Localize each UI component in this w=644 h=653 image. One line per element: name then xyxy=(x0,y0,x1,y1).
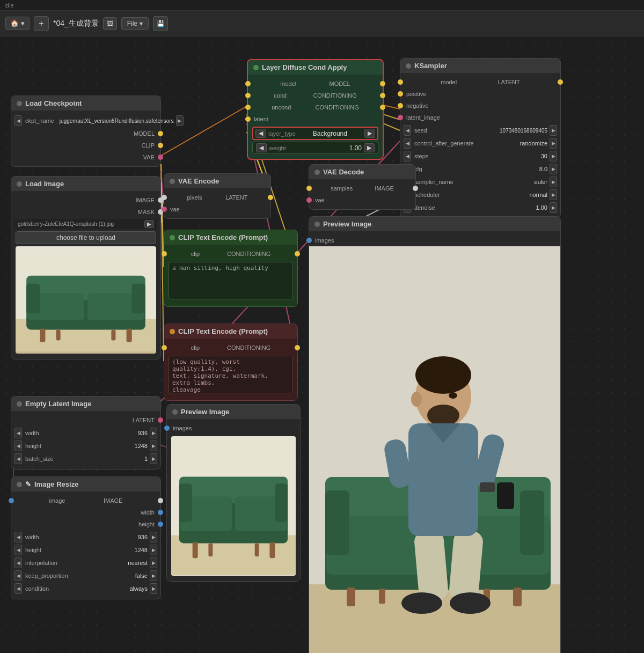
cfg-stepper: ◀ cfg 8.0 ▶ xyxy=(404,163,557,175)
file-menu-button[interactable]: File ▾ xyxy=(121,17,149,30)
clip-neg-input-port[interactable] xyxy=(162,345,167,350)
cond-out-port[interactable] xyxy=(295,251,300,256)
seed-prev[interactable]: ◀ xyxy=(404,125,411,136)
ld-uncond-input[interactable] xyxy=(245,105,251,110)
node-status-dot xyxy=(172,409,178,415)
rw-prev[interactable]: ◀ xyxy=(14,532,22,542)
batch-prev-btn[interactable]: ◀ xyxy=(14,453,22,464)
ld-cond-out-port[interactable] xyxy=(380,93,385,98)
pixels-label: pixels xyxy=(184,194,206,201)
workflow-canvas[interactable]: Load Checkpoint ◀ ckpt_name juggernautXL… xyxy=(0,26,644,653)
scheduler-next[interactable]: ▶ xyxy=(550,189,557,200)
ks-model-row: model LATENT xyxy=(400,76,560,88)
steps-prev[interactable]: ◀ xyxy=(404,151,411,162)
image-icon-button[interactable]: 🖼 xyxy=(103,17,117,30)
keep-next[interactable]: ▶ xyxy=(150,570,157,581)
images-input-port[interactable] xyxy=(164,425,170,431)
home-button[interactable]: 🏠 ▾ xyxy=(5,17,30,30)
layer-type-label: layer_type xyxy=(268,130,296,137)
rh-next[interactable]: ▶ xyxy=(150,545,157,555)
keep-prop-row: ◀ keep_proportion false ▶ xyxy=(14,570,157,582)
add-button[interactable]: + xyxy=(34,16,49,31)
sampler-value: euler xyxy=(532,179,550,185)
weight-row: ◀ weight 1.00 ▶ xyxy=(252,142,378,154)
vd-samples-input[interactable] xyxy=(306,186,312,191)
control-prev[interactable]: ◀ xyxy=(404,138,411,149)
ks-model-input[interactable] xyxy=(398,79,403,85)
weight-next[interactable]: ▶ xyxy=(364,143,375,152)
ckpt-next-btn[interactable]: ▶ xyxy=(176,115,184,126)
model-output-port[interactable] xyxy=(158,131,163,136)
image-output-port[interactable] xyxy=(158,498,163,503)
vae-output-label: VAE xyxy=(140,154,158,160)
vd-image-out-port[interactable] xyxy=(413,186,418,191)
pixels-input-port[interactable] xyxy=(162,195,167,200)
file-label: File xyxy=(127,20,137,27)
ckpt-prev-btn[interactable]: ◀ xyxy=(14,115,22,126)
small-preview-svg xyxy=(171,436,296,576)
rw-next[interactable]: ▶ xyxy=(150,532,157,542)
ld-uncond-out-port[interactable] xyxy=(380,105,385,110)
cond-next[interactable]: ▶ xyxy=(150,583,157,594)
denoise-next[interactable]: ▶ xyxy=(550,202,557,213)
keep-prev[interactable]: ◀ xyxy=(14,570,22,581)
cond-prev[interactable]: ◀ xyxy=(14,583,22,594)
ld-cond-input[interactable] xyxy=(245,93,251,98)
ks-negative-input[interactable] xyxy=(398,103,403,108)
width-output-row: width xyxy=(11,507,160,518)
save-button[interactable]: 💾 xyxy=(153,16,168,31)
seed-next[interactable]: ▶ xyxy=(550,125,557,136)
width-output-port[interactable] xyxy=(158,510,163,515)
width-prev-btn[interactable]: ◀ xyxy=(14,428,22,438)
cfg-next[interactable]: ▶ xyxy=(550,164,557,174)
svg-rect-47 xyxy=(325,490,349,555)
ld-model-input[interactable] xyxy=(245,81,251,86)
width-next-btn[interactable]: ▶ xyxy=(150,428,157,438)
clip-neg-textarea[interactable]: (low quality, worst quality:1.4), cgi, t… xyxy=(169,356,293,393)
steps-next[interactable]: ▶ xyxy=(550,151,557,162)
cond-neg-out-port[interactable] xyxy=(295,345,300,350)
latent-out-port[interactable] xyxy=(268,195,273,200)
clip-pos-textarea[interactable]: a man sitting, high quality xyxy=(169,262,293,299)
node-status-dot xyxy=(17,482,22,487)
control-next[interactable]: ▶ xyxy=(550,138,557,149)
vd-vae-input[interactable] xyxy=(306,197,312,203)
interp-next[interactable]: ▶ xyxy=(150,557,157,568)
clip-output-port[interactable] xyxy=(158,143,163,148)
ks-latent-input[interactable] xyxy=(398,115,403,120)
batch-next-btn[interactable]: ▶ xyxy=(150,453,157,464)
filename-browse-btn[interactable]: ▶ xyxy=(144,220,154,228)
ks-model-in-label: model xyxy=(437,79,460,85)
ld-model-out-port[interactable] xyxy=(380,81,385,86)
image-output-label: IMAGE xyxy=(100,497,126,504)
layer-type-prev[interactable]: ◀ xyxy=(255,129,266,138)
filename-row: goldsberry-ZuleEfeA1Q-unsplash (1).jpg ▶ xyxy=(14,219,157,229)
pl-images-input[interactable] xyxy=(306,238,312,243)
sampler-next[interactable]: ▶ xyxy=(550,177,557,187)
height-prev-btn[interactable]: ◀ xyxy=(14,441,22,451)
node-status-dot xyxy=(314,170,320,175)
weight-prev[interactable]: ◀ xyxy=(256,143,267,152)
choose-file-btn[interactable]: choose file to upload xyxy=(16,231,156,244)
image-input-port[interactable] xyxy=(9,498,14,503)
width-output-label: width xyxy=(137,509,158,516)
scheduler-stepper: ◀ scheduler normal ▶ xyxy=(404,189,557,201)
clip-output-label: CLIP xyxy=(138,142,158,149)
layer-type-selector[interactable]: ◀ layer_type Background ▶ xyxy=(252,127,378,140)
height-next-btn[interactable]: ▶ xyxy=(150,441,157,451)
vae-decode-header: VAE Decode xyxy=(309,165,415,179)
rh-prev[interactable]: ◀ xyxy=(14,545,22,555)
images-input-label: images xyxy=(170,425,195,431)
layer-type-next[interactable]: ▶ xyxy=(364,129,375,138)
vae-input-port[interactable] xyxy=(162,207,167,212)
ld-latent-input[interactable] xyxy=(245,116,251,122)
vae-output-port[interactable] xyxy=(158,155,163,160)
interp-prev[interactable]: ◀ xyxy=(14,557,22,568)
ks-positive-input[interactable] xyxy=(398,91,403,97)
clip-input-port[interactable] xyxy=(162,251,167,256)
clip-input-label: clip xyxy=(188,251,203,257)
latent-output-row: LATENT xyxy=(11,414,160,426)
height-output-port[interactable] xyxy=(158,522,163,527)
latent-output-port[interactable] xyxy=(158,417,163,423)
ks-latent-out-port[interactable] xyxy=(558,79,563,85)
